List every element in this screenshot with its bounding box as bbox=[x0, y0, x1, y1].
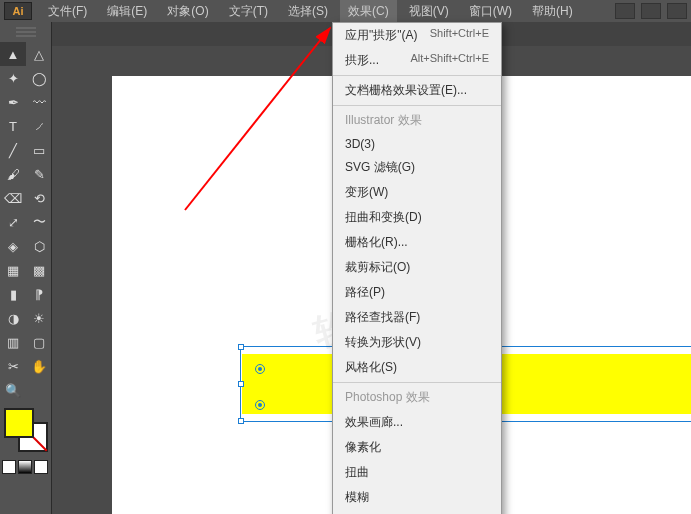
menu-file[interactable]: 文件(F) bbox=[40, 0, 95, 23]
menu-view[interactable]: 视图(V) bbox=[401, 0, 457, 23]
menu-separator bbox=[333, 382, 501, 383]
menu-stylize-ai[interactable]: 风格化(S) bbox=[333, 355, 501, 380]
panel-grip[interactable] bbox=[0, 22, 51, 42]
menu-apply-last-effect[interactable]: 应用"拱形"(A) Shift+Ctrl+E bbox=[333, 23, 501, 48]
tool-grid: ▲ △ ✦ ◯ ✒ 〰 T ⟋ ╱ ▭ 🖌 ✎ ⌫ ⟲ ⤢ 〜 ◈ ⬡ ▦ ▩ … bbox=[0, 42, 51, 402]
blend-tool[interactable]: ◑ bbox=[0, 306, 26, 330]
width-tool[interactable]: 〜 bbox=[26, 210, 52, 234]
menu-bar-container: Ai 文件(F) 编辑(E) 对象(O) 文字(T) 选择(S) 效果(C) 视… bbox=[0, 0, 691, 22]
menu-label: 应用"拱形"(A) bbox=[345, 27, 418, 44]
menu-separator bbox=[333, 105, 501, 106]
symbol-tool[interactable]: ☀ bbox=[26, 306, 52, 330]
color-swatches bbox=[4, 408, 48, 452]
selection-tool[interactable]: ▲ bbox=[0, 42, 26, 66]
selection-handle-nw[interactable] bbox=[238, 344, 244, 350]
menu-arch[interactable]: 拱形... Alt+Shift+Ctrl+E bbox=[333, 48, 501, 73]
eyedropper-tool[interactable]: ⁋ bbox=[26, 282, 52, 306]
rectangle-tool[interactable]: ▭ bbox=[26, 138, 52, 162]
section-photoshop-effects: Photoshop 效果 bbox=[333, 385, 501, 410]
graph-tool[interactable]: ▥ bbox=[0, 330, 26, 354]
type-tool[interactable]: T bbox=[0, 114, 26, 138]
stock-icon[interactable] bbox=[641, 3, 661, 19]
menu-svg-filter[interactable]: SVG 滤镜(G) bbox=[333, 155, 501, 180]
section-illustrator-effects: Illustrator 效果 bbox=[333, 108, 501, 133]
pen-tool[interactable]: ✒ bbox=[0, 90, 26, 114]
menu-text[interactable]: 文字(T) bbox=[221, 0, 276, 23]
selection-handle-w[interactable] bbox=[238, 381, 244, 387]
menu-select[interactable]: 选择(S) bbox=[280, 0, 336, 23]
menu-separator bbox=[333, 75, 501, 76]
mesh-tool[interactable]: ▩ bbox=[26, 258, 52, 282]
menu-help[interactable]: 帮助(H) bbox=[524, 0, 581, 23]
tool-panel: ▲ △ ✦ ◯ ✒ 〰 T ⟋ ╱ ▭ 🖌 ✎ ⌫ ⟲ ⤢ 〜 ◈ ⬡ ▦ ▩ … bbox=[0, 22, 52, 514]
effect-dropdown-menu: 应用"拱形"(A) Shift+Ctrl+E 拱形... Alt+Shift+C… bbox=[332, 22, 502, 514]
menu-convert-shape[interactable]: 转换为形状(V) bbox=[333, 330, 501, 355]
shape-builder-tool[interactable]: ⬡ bbox=[26, 234, 52, 258]
menu-effect[interactable]: 效果(C) bbox=[340, 0, 397, 23]
menu-shortcut: Shift+Ctrl+E bbox=[430, 27, 489, 44]
menu-shortcut: Alt+Shift+Ctrl+E bbox=[410, 52, 489, 69]
menu-distort-transform[interactable]: 扭曲和变换(D) bbox=[333, 205, 501, 230]
fill-swatch[interactable] bbox=[4, 408, 34, 438]
scale-tool[interactable]: ⤢ bbox=[0, 210, 26, 234]
color-mode-solid[interactable] bbox=[2, 460, 16, 474]
arrange-icon[interactable] bbox=[667, 3, 687, 19]
menu-pixelate[interactable]: 像素化 bbox=[333, 435, 501, 460]
free-transform-tool[interactable]: ◈ bbox=[0, 234, 26, 258]
rotate-tool[interactable]: ⟲ bbox=[26, 186, 52, 210]
direct-selection-tool[interactable]: △ bbox=[26, 42, 52, 66]
anchor-point-1[interactable] bbox=[255, 364, 265, 374]
menu-path[interactable]: 路径(P) bbox=[333, 280, 501, 305]
selection-handle-sw[interactable] bbox=[238, 418, 244, 424]
brush-tool[interactable]: 🖌 bbox=[0, 162, 26, 186]
app-logo: Ai bbox=[4, 2, 32, 20]
line-tool[interactable]: ╱ bbox=[0, 138, 26, 162]
menu-rasterize[interactable]: 栅格化(R)... bbox=[333, 230, 501, 255]
menu-effect-gallery[interactable]: 效果画廊... bbox=[333, 410, 501, 435]
menu-distort-ps[interactable]: 扭曲 bbox=[333, 460, 501, 485]
menu-edit[interactable]: 编辑(E) bbox=[99, 0, 155, 23]
menu-pathfinder[interactable]: 路径查找器(F) bbox=[333, 305, 501, 330]
menu-doc-raster-settings[interactable]: 文档栅格效果设置(E)... bbox=[333, 78, 501, 103]
lasso-tool[interactable]: ◯ bbox=[26, 66, 52, 90]
eraser-tool[interactable]: ⌫ bbox=[0, 186, 26, 210]
pencil-tool[interactable]: ✎ bbox=[26, 162, 52, 186]
tool-spacer bbox=[26, 378, 52, 402]
bridge-icon[interactable] bbox=[615, 3, 635, 19]
menu-blur[interactable]: 模糊 bbox=[333, 485, 501, 510]
zoom-tool[interactable]: 🔍 bbox=[0, 378, 26, 402]
anchor-point-2[interactable] bbox=[255, 400, 265, 410]
menu-3d[interactable]: 3D(3) bbox=[333, 133, 501, 155]
slice-tool[interactable]: ✂ bbox=[0, 354, 26, 378]
color-mode-row bbox=[0, 458, 51, 476]
menu-object[interactable]: 对象(O) bbox=[159, 0, 216, 23]
magic-wand-tool[interactable]: ✦ bbox=[0, 66, 26, 90]
curvature-tool[interactable]: 〰 bbox=[26, 90, 52, 114]
color-mode-gradient[interactable] bbox=[18, 460, 32, 474]
menu-bar: 文件(F) 编辑(E) 对象(O) 文字(T) 选择(S) 效果(C) 视图(V… bbox=[40, 0, 581, 23]
touch-type-tool[interactable]: ⟋ bbox=[26, 114, 52, 138]
menu-window[interactable]: 窗口(W) bbox=[461, 0, 520, 23]
perspective-tool[interactable]: ▦ bbox=[0, 258, 26, 282]
menu-brush-stroke[interactable]: 画笔描边 bbox=[333, 510, 501, 514]
hand-tool[interactable]: ✋ bbox=[26, 354, 52, 378]
gradient-tool[interactable]: ▮ bbox=[0, 282, 26, 306]
color-mode-none[interactable] bbox=[34, 460, 48, 474]
artboard-tool[interactable]: ▢ bbox=[26, 330, 52, 354]
top-right-icons bbox=[615, 3, 687, 19]
menu-crop-marks[interactable]: 裁剪标记(O) bbox=[333, 255, 501, 280]
menu-label: 拱形... bbox=[345, 52, 379, 69]
menu-warp[interactable]: 变形(W) bbox=[333, 180, 501, 205]
